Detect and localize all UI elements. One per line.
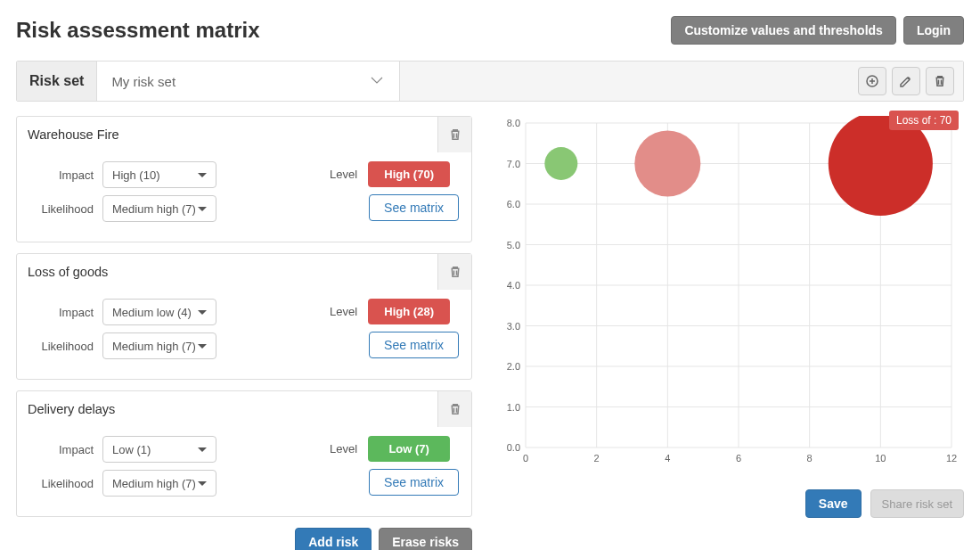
see-matrix-button[interactable]: See matrix	[369, 194, 459, 221]
svg-text:4.0: 4.0	[507, 280, 520, 291]
chevron-down-icon	[369, 72, 385, 91]
add-risk-button[interactable]: Add risk	[295, 528, 372, 550]
risk-set-value: My risk set	[111, 74, 176, 89]
svg-text:2.0: 2.0	[507, 361, 520, 372]
svg-text:6.0: 6.0	[507, 199, 520, 209]
risk-set-bar: Risk set My risk set	[16, 61, 964, 102]
svg-text:2: 2	[594, 453, 600, 464]
delete-risk-button[interactable]	[437, 391, 471, 427]
impact-label: Impact	[29, 306, 94, 319]
caret-down-icon	[198, 344, 207, 349]
likelihood-label: Likelihood	[29, 202, 94, 216]
impact-select[interactable]: Low (1)	[102, 436, 216, 463]
caret-down-icon	[198, 310, 207, 315]
save-button[interactable]: Save	[805, 489, 862, 518]
level-badge: Low (7)	[368, 436, 450, 462]
likelihood-label: Likelihood	[29, 477, 94, 490]
trash-icon	[447, 264, 463, 280]
level-label: Level	[330, 442, 357, 456]
caret-down-icon	[198, 447, 207, 452]
chart-tooltip: Loss of : 70	[889, 111, 959, 130]
svg-text:12: 12	[946, 453, 957, 464]
likelihood-select[interactable]: Medium high (7)	[102, 470, 216, 497]
svg-text:1.0: 1.0	[507, 402, 520, 413]
svg-text:5.0: 5.0	[507, 240, 520, 250]
impact-select[interactable]: High (10)	[102, 161, 216, 188]
see-matrix-button[interactable]: See matrix	[369, 469, 459, 496]
trash-icon	[932, 73, 948, 89]
svg-text:7.0: 7.0	[507, 159, 520, 169]
risk-name: Delivery delays	[17, 391, 437, 427]
svg-text:8: 8	[807, 453, 813, 464]
risk-card: Warehouse Fire Impact High (10) Likeliho…	[16, 116, 472, 242]
trash-icon	[447, 127, 463, 143]
level-badge: High (70)	[368, 161, 450, 187]
impact-select[interactable]: Medium low (4)	[102, 299, 216, 325]
risk-set-select[interactable]: My risk set	[97, 62, 400, 101]
risk-card: Delivery delays Impact Low (1) Likelihoo…	[16, 390, 472, 517]
pencil-icon	[898, 73, 914, 89]
caret-down-icon	[198, 481, 207, 486]
edit-riskset-button[interactable]	[892, 67, 920, 95]
svg-text:0: 0	[523, 453, 528, 464]
impact-label: Impact	[29, 443, 94, 456]
svg-text:0.0: 0.0	[507, 442, 520, 453]
add-riskset-button[interactable]	[858, 67, 886, 95]
likelihood-select[interactable]: Medium high (7)	[102, 332, 216, 359]
delete-riskset-button[interactable]	[926, 67, 954, 95]
likelihood-value: Medium high (7)	[112, 340, 196, 353]
svg-text:10: 10	[875, 453, 886, 464]
chart-bubble[interactable]	[544, 147, 577, 180]
svg-text:8.0: 8.0	[507, 118, 520, 128]
erase-risks-button[interactable]: Erase risks	[379, 528, 472, 550]
login-button[interactable]: Login	[903, 16, 964, 45]
likelihood-select[interactable]: Medium high (7)	[102, 195, 216, 222]
page-title: Risk assessment matrix	[16, 18, 260, 43]
header-buttons: Customize values and thresholds Login	[671, 16, 964, 45]
impact-value: Medium low (4)	[112, 306, 192, 319]
chart-bubble[interactable]	[829, 116, 933, 216]
likelihood-label: Likelihood	[29, 340, 94, 353]
svg-text:3.0: 3.0	[507, 321, 520, 332]
plus-circle-icon	[864, 73, 880, 89]
likelihood-value: Medium high (7)	[112, 477, 196, 490]
risk-card: Loss of goods Impact Medium low (4) Like…	[16, 253, 472, 380]
trash-icon	[447, 401, 463, 417]
caret-down-icon	[198, 207, 207, 211]
impact-label: Impact	[29, 168, 94, 182]
customize-button[interactable]: Customize values and thresholds	[671, 16, 896, 45]
see-matrix-button[interactable]: See matrix	[369, 332, 459, 358]
delete-risk-button[interactable]	[437, 117, 471, 152]
caret-down-icon	[198, 173, 207, 177]
svg-text:6: 6	[736, 453, 741, 464]
risk-name: Warehouse Fire	[17, 117, 437, 152]
share-riskset-button[interactable]: Share risk set	[870, 489, 964, 518]
impact-value: Low (1)	[112, 443, 151, 456]
chart-bubble[interactable]	[634, 130, 700, 196]
level-label: Level	[330, 168, 357, 181]
svg-text:4: 4	[665, 453, 670, 464]
level-badge: High (28)	[368, 299, 450, 324]
risk-set-label: Risk set	[17, 62, 97, 101]
level-label: Level	[330, 305, 357, 318]
risk-name: Loss of goods	[17, 254, 437, 290]
risk-bubble-chart: 0.01.02.03.04.05.06.07.08.0024681012 Los…	[490, 116, 962, 486]
impact-value: High (10)	[112, 168, 159, 182]
delete-risk-button[interactable]	[437, 254, 471, 290]
likelihood-value: Medium high (7)	[112, 202, 196, 216]
